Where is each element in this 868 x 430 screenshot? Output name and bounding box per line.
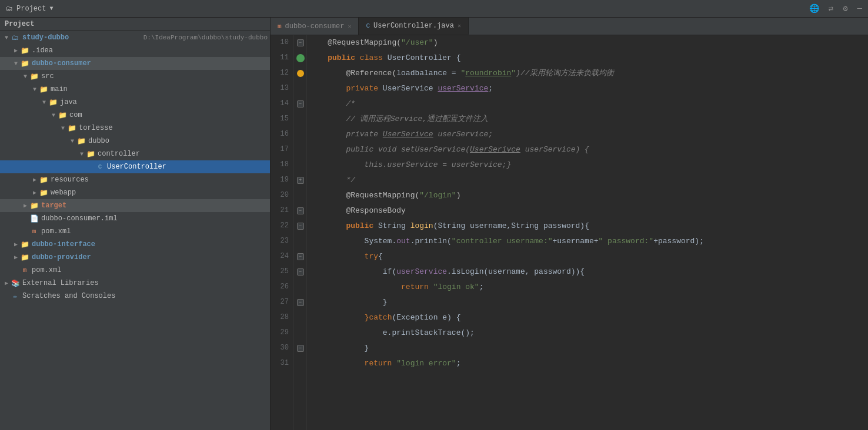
label-target: target bbox=[41, 201, 268, 210]
tree-item-java[interactable]: ▼ 📁 java bbox=[0, 96, 270, 109]
code-line-27: } bbox=[307, 295, 868, 310]
ln-31: 31 bbox=[280, 356, 289, 371]
gutter-31 bbox=[294, 356, 306, 371]
icon-pom-root: m bbox=[20, 267, 29, 274]
code-line-13: private UserService userService; bbox=[307, 81, 868, 96]
tab-usercontroller[interactable]: C UserController.java ✕ bbox=[359, 18, 468, 35]
tab-close-usercontroller[interactable]: ✕ bbox=[458, 22, 461, 29]
fold-14[interactable]: − bbox=[297, 100, 304, 108]
code-16-2: UserSerivce bbox=[383, 127, 433, 142]
dropdown-arrow[interactable]: ▼ bbox=[49, 5, 53, 12]
code-container[interactable]: 10 11 12 13 14 15 16 17 18 19 20 21 22 2… bbox=[271, 35, 868, 430]
fold-21[interactable]: − bbox=[297, 207, 304, 214]
code-line-14: /* bbox=[307, 96, 868, 112]
code-28-2: }catch bbox=[365, 310, 392, 325]
code-23-3: .println( bbox=[410, 234, 452, 249]
tree-item-iml[interactable]: 📄 dubbo-consumer.iml bbox=[0, 212, 270, 225]
code-31-1: return bbox=[309, 356, 392, 371]
settings-icon[interactable]: ⚙ bbox=[843, 4, 847, 14]
label-dubbo-consumer: dubbo-consumer bbox=[32, 59, 268, 68]
tree-item-dubbo-folder[interactable]: ▼ 📁 dubbo bbox=[0, 135, 270, 147]
icon-java: 📁 bbox=[48, 98, 58, 107]
code-line-25: if(userService.isLogin(username, passwor… bbox=[307, 264, 868, 280]
label-study-dubbo: study-dubbo bbox=[22, 33, 141, 42]
tree-item-usercontroller[interactable]: C UserController bbox=[0, 160, 270, 173]
run-icon-11[interactable] bbox=[296, 54, 305, 62]
fold-27[interactable]: − bbox=[297, 299, 304, 306]
code-line-20: @RequestMapping("/login") bbox=[307, 188, 868, 203]
code-11-3: class bbox=[360, 51, 383, 66]
fold-25[interactable]: − bbox=[297, 268, 304, 276]
tree-item-src[interactable]: ▼ 📁 src bbox=[0, 70, 270, 83]
project-label[interactable]: Project bbox=[16, 5, 46, 13]
globe-icon[interactable]: 🌐 bbox=[809, 4, 819, 14]
code-line-28: }catch(Exception e) { bbox=[307, 310, 868, 325]
tab-close-dubbo-consumer[interactable]: ✕ bbox=[348, 23, 351, 30]
minimize-icon[interactable]: — bbox=[857, 4, 862, 14]
code-20-1: @RequestMapping( bbox=[309, 188, 419, 203]
tree-item-dubbo-consumer[interactable]: ▼ 📁 dubbo-consumer bbox=[0, 57, 270, 70]
tree-item-pom1[interactable]: m pom.xml bbox=[0, 225, 270, 238]
gutter-17 bbox=[294, 142, 306, 157]
fold-10[interactable]: − bbox=[297, 39, 304, 46]
ln-23: 23 bbox=[280, 234, 289, 249]
icon-idea: 📁 bbox=[20, 46, 29, 55]
fold-22[interactable]: − bbox=[297, 223, 304, 230]
code-25-3: .isLogin(username, password)){ bbox=[447, 264, 585, 280]
tree-item-external[interactable]: ▶ 📚 External Libraries bbox=[0, 277, 270, 290]
ln-27: 27 bbox=[280, 295, 289, 310]
fold-19[interactable]: + bbox=[297, 177, 304, 184]
code-22-7: String bbox=[438, 219, 465, 234]
editor-area: m dubbo-consumer ✕ C UserController.java… bbox=[271, 18, 868, 430]
icon-dubbo-interface: 📁 bbox=[20, 240, 29, 249]
fold-30[interactable]: − bbox=[297, 345, 304, 352]
arrow-dubbo-provider: ▶ bbox=[12, 254, 20, 261]
arrow-controller: ▼ bbox=[78, 151, 86, 157]
label-resources: resources bbox=[51, 176, 268, 184]
tree-item-dubbo-provider[interactable]: ▶ 📁 dubbo-provider bbox=[0, 251, 270, 264]
ln-22: 22 bbox=[280, 219, 289, 234]
code-line-17: public void setUserService(UserSerivce u… bbox=[307, 142, 868, 157]
code-13-2 bbox=[378, 81, 383, 96]
tree-item-torlesse[interactable]: ▼ 📁 torlesse bbox=[0, 122, 270, 135]
code-13-3: UserService bbox=[383, 81, 433, 96]
code-15-1: // 调用远程Service,通过配置文件注入 bbox=[309, 112, 488, 127]
tree-item-controller[interactable]: ▼ 📁 controller bbox=[0, 147, 270, 160]
tree-item-dubbo-interface[interactable]: ▶ 📁 dubbo-interface bbox=[0, 238, 270, 251]
arrow-dubbo-consumer: ▼ bbox=[12, 61, 20, 67]
tree-item-webapp[interactable]: ▶ 📁 webapp bbox=[0, 186, 270, 199]
tree-item-scratches[interactable]: ✏ Scratches and Consoles bbox=[0, 290, 270, 303]
code-11-6: { bbox=[452, 51, 461, 66]
tree-item-main[interactable]: ▼ 📁 main bbox=[0, 83, 270, 96]
tree-item-target[interactable]: ▶ 📁 target bbox=[0, 199, 270, 212]
diff-icon[interactable]: ⇄ bbox=[829, 4, 833, 14]
arrow-study-dubbo: ▼ bbox=[2, 35, 11, 41]
tree-item-pom-root[interactable]: m pom.xml bbox=[0, 264, 270, 277]
label-dubbo-folder: dubbo bbox=[88, 137, 268, 145]
ln-20: 20 bbox=[280, 188, 289, 203]
fold-24[interactable]: − bbox=[297, 253, 304, 260]
arrow-com: ▼ bbox=[49, 112, 58, 119]
label-com: com bbox=[69, 111, 268, 119]
code-23-1: System. bbox=[309, 234, 396, 249]
tree-item-com[interactable]: ▼ 📁 com bbox=[0, 109, 270, 122]
code-26-4: ; bbox=[479, 280, 484, 295]
sidebar-title: Project bbox=[5, 20, 34, 28]
code-28-4: Exception bbox=[396, 310, 438, 325]
tree-item-resources[interactable]: ▶ 📁 resources bbox=[0, 173, 270, 186]
tree-item-study-dubbo[interactable]: ▼ 🗂 study-dubbo D:\IdeaProgram\dubbo\stu… bbox=[0, 31, 270, 44]
icon-torlesse: 📁 bbox=[67, 124, 76, 133]
tree-item-idea[interactable]: ▶ 📁 .idea bbox=[0, 44, 270, 57]
code-17-3: userService) { bbox=[520, 142, 589, 157]
code-22-9: String bbox=[511, 219, 539, 234]
label-webapp: webapp bbox=[51, 189, 268, 197]
arrow-java: ▼ bbox=[40, 99, 48, 106]
code-16-1: private bbox=[309, 127, 383, 142]
tab-icon-c: C bbox=[366, 22, 370, 29]
tab-dubbo-consumer[interactable]: m dubbo-consumer ✕ bbox=[271, 18, 359, 35]
arrow-resources: ▶ bbox=[31, 176, 39, 183]
icon-target: 📁 bbox=[29, 201, 39, 210]
gutter-20 bbox=[294, 188, 306, 203]
icon-src: 📁 bbox=[29, 72, 39, 81]
ln-26: 26 bbox=[280, 280, 289, 295]
